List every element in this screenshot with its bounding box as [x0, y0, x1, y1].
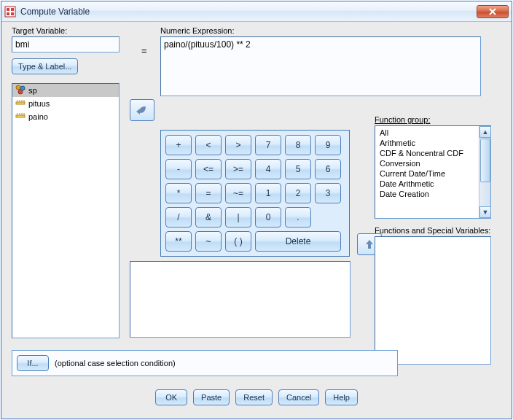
- reset-button[interactable]: Reset: [235, 389, 273, 405]
- variable-name: paino: [28, 112, 48, 121]
- scroll-down-button[interactable]: ▼: [479, 206, 491, 218]
- nominal-icon: [15, 85, 26, 96]
- keypad: +<>789-<=>=456*=~=123/&|0.**~( )Delete: [160, 130, 350, 257]
- function-group-list[interactable]: AllArithmeticCDF & Noncentral CDFConvers…: [375, 125, 491, 219]
- cancel-button[interactable]: Cancel: [278, 389, 319, 405]
- svg-rect-2: [11, 8, 14, 11]
- variable-item[interactable]: paino: [12, 110, 119, 123]
- if-button[interactable]: If...: [17, 355, 49, 371]
- keypad-key[interactable]: 0: [255, 207, 281, 228]
- keypad-key[interactable]: >=: [225, 159, 251, 179]
- arrow-up-icon: [365, 239, 374, 249]
- function-group-item[interactable]: Conversion: [375, 158, 490, 168]
- function-group-item[interactable]: Current Date/Time: [375, 168, 490, 179]
- keypad-key[interactable]: 5: [285, 159, 311, 179]
- svg-rect-3: [7, 12, 9, 15]
- keypad-key[interactable]: **: [165, 231, 192, 252]
- keypad-delete-button[interactable]: Delete: [255, 231, 341, 252]
- scrollbar[interactable]: ▲ ▼: [479, 126, 490, 218]
- svg-rect-4: [11, 12, 14, 15]
- function-group-label: Function group:: [375, 115, 430, 124]
- scroll-up-button[interactable]: ▲: [479, 126, 491, 138]
- description-box: [130, 261, 351, 338]
- equals-label: =: [141, 45, 147, 56]
- keypad-key[interactable]: 9: [315, 135, 341, 155]
- close-button[interactable]: [477, 5, 509, 18]
- svg-rect-8: [16, 102, 25, 104]
- keypad-key[interactable]: /: [165, 207, 192, 228]
- scroll-thumb[interactable]: [480, 139, 490, 182]
- svg-rect-13: [16, 115, 25, 117]
- keypad-key[interactable]: >: [225, 135, 251, 155]
- titlebar[interactable]: Compute Variable: [1, 1, 512, 22]
- keypad-key[interactable]: ~: [195, 231, 222, 252]
- keypad-key[interactable]: 4: [255, 159, 281, 179]
- keypad-key[interactable]: 7: [255, 135, 281, 155]
- scale-icon: [15, 98, 26, 109]
- if-condition-row: If... (optional case selection condition…: [12, 350, 398, 376]
- keypad-key[interactable]: =: [195, 183, 222, 203]
- if-desc: (optional case selection condition): [55, 359, 176, 368]
- functions-list[interactable]: [375, 236, 491, 365]
- keypad-key[interactable]: <=: [195, 159, 222, 179]
- target-variable-input[interactable]: [12, 36, 120, 52]
- keypad-key[interactable]: &: [195, 207, 222, 228]
- keypad-key[interactable]: .: [285, 207, 311, 228]
- function-group-item[interactable]: CDF & Noncentral CDF: [375, 148, 490, 158]
- variable-list[interactable]: sppituuspaino: [12, 83, 120, 338]
- keypad-key[interactable]: ~=: [225, 183, 251, 203]
- keypad-key[interactable]: -: [165, 159, 192, 179]
- keypad-key[interactable]: 3: [315, 183, 341, 203]
- variable-item[interactable]: sp: [12, 84, 119, 97]
- target-label: Target Variable:: [12, 26, 120, 35]
- svg-rect-1: [7, 8, 9, 11]
- keypad-key[interactable]: ( ): [225, 231, 251, 252]
- ok-button[interactable]: OK: [155, 389, 187, 405]
- keypad-key[interactable]: 2: [285, 183, 311, 203]
- help-button[interactable]: Help: [325, 389, 358, 405]
- window-title: Compute Variable: [20, 7, 90, 17]
- function-group-item[interactable]: Date Creation: [375, 189, 490, 199]
- keypad-key[interactable]: <: [195, 135, 222, 155]
- variable-name: sp: [28, 86, 37, 95]
- keypad-key[interactable]: |: [225, 207, 251, 228]
- keypad-key[interactable]: +: [165, 135, 192, 155]
- keypad-key[interactable]: 6: [315, 159, 341, 179]
- variable-item[interactable]: pituus: [12, 97, 119, 110]
- move-to-expression-button[interactable]: [130, 99, 154, 121]
- expression-label: Numeric Expression:: [160, 26, 481, 35]
- arrow-left-curve-icon: [136, 105, 149, 115]
- type-label-button[interactable]: Type & Label...: [12, 58, 78, 74]
- functions-special-label: Functions and Special Variables:: [375, 226, 491, 235]
- app-icon: [4, 6, 16, 18]
- variable-name: pituus: [28, 99, 50, 108]
- keypad-key[interactable]: 1: [255, 183, 281, 203]
- function-group-item[interactable]: Arithmetic: [375, 138, 490, 148]
- function-group-item[interactable]: All: [375, 128, 490, 138]
- svg-point-5: [16, 85, 20, 90]
- paste-button[interactable]: Paste: [193, 389, 230, 405]
- function-group-item[interactable]: Date Arithmetic: [375, 179, 490, 189]
- expression-input[interactable]: [160, 36, 481, 96]
- scale-icon: [15, 111, 26, 122]
- svg-point-7: [18, 90, 23, 94]
- keypad-key[interactable]: *: [165, 183, 192, 203]
- compute-variable-dialog: Compute Variable Target Variable: Type &…: [1, 1, 512, 419]
- keypad-key[interactable]: 8: [285, 135, 311, 155]
